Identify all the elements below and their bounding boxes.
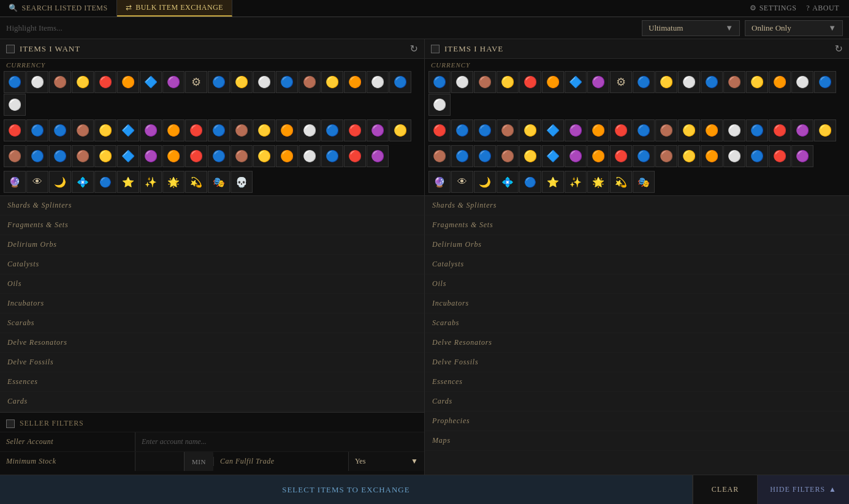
list-item[interactable]: 👁: [26, 171, 48, 193]
list-item[interactable]: 🟠: [701, 119, 723, 141]
right-category-scarabs[interactable]: Scarabs: [425, 314, 849, 333]
list-item[interactable]: 🔵: [208, 119, 230, 141]
list-item[interactable]: ⚪: [791, 71, 813, 93]
list-item[interactable]: 🔵: [451, 119, 473, 141]
list-item[interactable]: 🟤: [49, 71, 71, 93]
seller-filters-checkbox[interactable]: [6, 419, 15, 428]
list-item[interactable]: 🔵: [746, 119, 768, 141]
list-item[interactable]: 🟠: [587, 119, 609, 141]
list-item[interactable]: 🔵: [633, 145, 655, 167]
list-item[interactable]: 🔵: [4, 71, 26, 93]
right-category-maps[interactable]: Maps: [425, 431, 849, 451]
list-item[interactable]: 🔴: [428, 119, 451, 141]
list-item[interactable]: 🎭: [633, 171, 655, 193]
list-item[interactable]: 🟡: [678, 145, 700, 167]
list-item[interactable]: 🟤: [723, 71, 745, 93]
list-item[interactable]: 🟠: [276, 145, 298, 167]
list-item[interactable]: ✨: [565, 171, 587, 193]
list-item[interactable]: ⚪: [299, 119, 321, 141]
tab-bulk-exchange[interactable]: ⇄ Bulk Item Exchange: [117, 0, 233, 17]
right-category-fossils[interactable]: Delve Fossils: [425, 353, 849, 372]
list-item[interactable]: 🔴: [4, 119, 26, 141]
list-item[interactable]: 🟤: [474, 71, 496, 93]
right-category-prophecies[interactable]: Prophecies: [425, 412, 849, 431]
list-item[interactable]: 🔵: [814, 71, 836, 93]
right-category-essences[interactable]: Essences: [425, 372, 849, 392]
list-item[interactable]: 🔴: [610, 119, 632, 141]
left-category-shards[interactable]: Shards & Splinters: [0, 196, 424, 216]
list-item[interactable]: ⚪: [26, 71, 48, 93]
right-panel-checkbox[interactable]: [431, 45, 440, 53]
list-item[interactable]: 🟣: [367, 145, 389, 167]
left-category-delirium[interactable]: Delirium Orbs: [0, 235, 424, 255]
list-item[interactable]: 🟠: [542, 71, 564, 93]
list-item[interactable]: ⚪: [678, 71, 700, 93]
right-category-delirium[interactable]: Delirium Orbs: [425, 235, 849, 255]
list-item[interactable]: 🔮: [428, 171, 451, 193]
list-item[interactable]: ✨: [140, 171, 162, 193]
list-item[interactable]: 🔴: [185, 119, 207, 141]
list-item[interactable]: 🟣: [367, 119, 389, 141]
highlight-input[interactable]: [6, 23, 637, 33]
list-item[interactable]: 🔵: [428, 71, 451, 93]
can-fulfil-dropdown[interactable]: Yes ▼: [348, 452, 424, 471]
list-item[interactable]: 🟠: [587, 145, 609, 167]
list-item[interactable]: 🟡: [94, 145, 116, 167]
list-item[interactable]: 🔷: [140, 71, 162, 93]
left-category-resonators[interactable]: Delve Resonators: [0, 333, 424, 353]
list-item[interactable]: 💠: [497, 171, 519, 193]
list-item[interactable]: 🔴: [344, 145, 366, 167]
list-item[interactable]: 🟡: [230, 71, 253, 93]
list-item[interactable]: 🟤: [72, 145, 94, 167]
list-item[interactable]: 🟡: [389, 119, 411, 141]
list-item[interactable]: 🟡: [253, 119, 275, 141]
list-item[interactable]: 🔵: [389, 71, 411, 93]
list-item[interactable]: 🟤: [497, 119, 519, 141]
list-item[interactable]: 🟡: [746, 71, 768, 93]
about-button[interactable]: ? About: [806, 4, 839, 13]
list-item[interactable]: 🔵: [474, 145, 496, 167]
list-item[interactable]: 🔷: [542, 145, 564, 167]
list-item[interactable]: 🟣: [140, 145, 162, 167]
list-item[interactable]: 🟡: [655, 71, 677, 93]
list-item[interactable]: ⭐: [117, 171, 139, 193]
list-item[interactable]: 🟠: [769, 71, 791, 93]
left-category-scarabs[interactable]: Scarabs: [0, 314, 424, 333]
list-item[interactable]: 🟣: [565, 119, 587, 141]
list-item[interactable]: 🔵: [321, 145, 343, 167]
list-item[interactable]: ⚪: [723, 119, 745, 141]
left-category-essences[interactable]: Essences: [0, 372, 424, 392]
list-item[interactable]: 🔵: [746, 145, 768, 167]
list-item[interactable]: 🔵: [94, 171, 116, 193]
left-category-oils[interactable]: Oils: [0, 274, 424, 294]
list-item[interactable]: ⚪: [451, 71, 473, 93]
list-item[interactable]: 🟡: [253, 145, 275, 167]
list-item[interactable]: ⚪: [367, 71, 389, 93]
list-item[interactable]: 🟡: [519, 145, 541, 167]
league-dropdown[interactable]: Ultimatum ▼: [642, 20, 740, 36]
list-item[interactable]: 🔵: [474, 119, 496, 141]
list-item[interactable]: 🟠: [162, 145, 185, 167]
list-item[interactable]: 🔵: [321, 119, 343, 141]
right-category-cards[interactable]: Cards: [425, 392, 849, 412]
list-item[interactable]: 🟠: [162, 119, 185, 141]
right-category-resonators[interactable]: Delve Resonators: [425, 333, 849, 353]
left-category-catalysts[interactable]: Catalysts: [0, 255, 424, 274]
list-item[interactable]: ⚪: [723, 145, 745, 167]
list-item[interactable]: 🟡: [519, 119, 541, 141]
min-stock-button[interactable]: MIN: [184, 452, 213, 471]
list-item[interactable]: 🔴: [610, 145, 632, 167]
list-item[interactable]: 🔷: [565, 71, 587, 93]
list-item[interactable]: 🎭: [208, 171, 230, 193]
list-item[interactable]: 🟤: [655, 119, 677, 141]
list-item[interactable]: 🟤: [4, 145, 26, 167]
list-item[interactable]: 🌟: [162, 171, 185, 193]
min-stock-input[interactable]: [135, 452, 184, 471]
list-item[interactable]: ⚪: [4, 94, 26, 116]
list-item[interactable]: 🔷: [117, 119, 139, 141]
list-item[interactable]: 🟡: [814, 119, 836, 141]
settings-button[interactable]: ⚙ Settings: [750, 4, 796, 13]
list-item[interactable]: 👁: [451, 171, 473, 193]
list-item[interactable]: ⚪: [428, 94, 451, 116]
list-item[interactable]: 🟡: [678, 119, 700, 141]
